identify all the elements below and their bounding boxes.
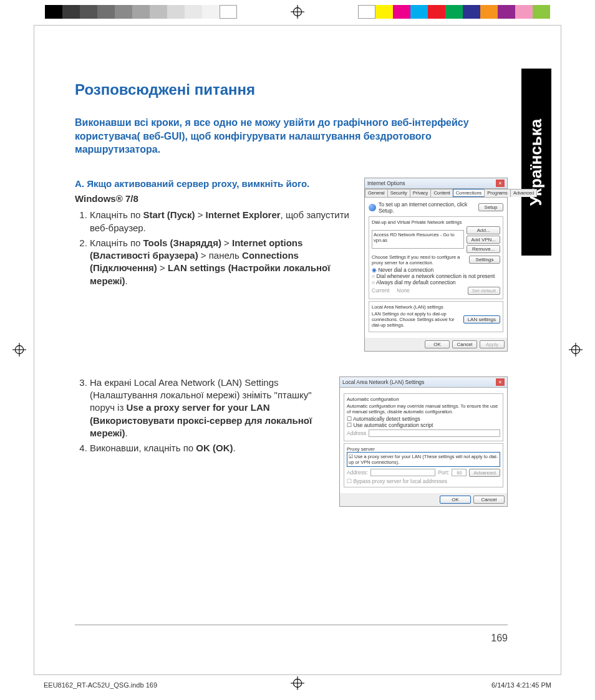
dialup-listbox[interactable]: Access RD Network Resources - Go to vpn.… — [372, 230, 464, 249]
setup-text: To set up an Internet connection, click … — [379, 201, 476, 214]
dialup-label: Dial-up and Virtual Private Network sett… — [372, 219, 500, 225]
tab-security[interactable]: Security — [387, 189, 410, 197]
step-3: На екрані Local Area Network (LAN) Setti… — [90, 376, 331, 439]
radio-always-dial[interactable]: Always dial my default connection — [372, 279, 500, 285]
tab-programs[interactable]: Programs — [484, 189, 511, 197]
slug-line: EEU8162_RT-AC52U_QSG.indb 169 6/14/13 4:… — [44, 681, 551, 689]
section-a-heading: A. Якщо активований сервер proxy, вимкні… — [75, 178, 356, 190]
lan-settings-button[interactable]: LAN settings — [463, 315, 500, 324]
tab-connections[interactable]: Connections — [453, 189, 485, 197]
os-heading: Windows® 7/8 — [75, 193, 356, 205]
tab-privacy[interactable]: Privacy — [410, 189, 432, 197]
settings-button[interactable]: Settings — [469, 256, 500, 264]
proxy-port-input[interactable]: 80 — [452, 469, 467, 476]
internet-options-dialog: Internet Options × General Security Priv… — [364, 178, 508, 352]
close-icon[interactable]: × — [496, 180, 505, 187]
set-default-button: Set default — [468, 287, 500, 295]
slug-filename: EEU8162_RT-AC52U_QSG.indb 169 — [44, 681, 157, 689]
slug-timestamp: 6/14/13 4:21:45 PM — [491, 681, 551, 689]
script-address-input — [369, 429, 500, 437]
step-1: Клацніть по Start (Пуск) > Internet Expl… — [90, 209, 356, 234]
ok-button[interactable]: OK — [425, 340, 450, 348]
setup-button[interactable]: Setup — [478, 203, 503, 211]
cancel-button[interactable]: Cancel — [452, 340, 477, 348]
dialog-title: Local Area Network (LAN) Settings — [342, 379, 424, 385]
proxy-label: Proxy server — [347, 446, 500, 452]
page-number: 169 — [491, 633, 508, 644]
cancel-button[interactable]: Cancel — [473, 496, 505, 504]
tab-general[interactable]: General — [365, 189, 388, 197]
remove-button[interactable]: Remove... — [467, 245, 500, 253]
registration-mark-icon — [12, 343, 26, 357]
radio-dial-when-absent[interactable]: Dial whenever a network connection is no… — [372, 273, 500, 279]
color-bar — [358, 5, 550, 19]
chk-use-proxy[interactable]: Use a proxy server for your LAN (These s… — [349, 454, 498, 465]
auto-config-label: Automatic configuration — [347, 396, 500, 402]
choose-text: Choose Settings if you need to configure… — [372, 254, 467, 266]
lan-text: LAN Settings do not apply to dial-up con… — [372, 311, 461, 328]
step-2: Клацніть по Tools (Знаряддя) > Internet … — [90, 237, 356, 287]
page-title: Розповсюджені питання — [75, 81, 508, 98]
dialog-title: Internet Options — [367, 180, 405, 186]
lan-settings-dialog: Local Area Network (LAN) Settings × Auto… — [339, 376, 508, 507]
close-icon[interactable]: × — [496, 378, 505, 386]
step-4: Виконавши, клацніть по OK (OK). — [90, 442, 331, 454]
language-tab: Українська — [521, 69, 551, 256]
chk-auto-detect[interactable]: Automatically detect settings — [347, 416, 500, 422]
auto-config-text: Automatic configuration may override man… — [347, 403, 500, 415]
chk-auto-script[interactable]: Use automatic configuration script — [347, 422, 500, 428]
footer-rule — [75, 625, 508, 625]
radio-never-dial[interactable]: Never dial a connection — [372, 267, 500, 273]
proxy-address-input[interactable] — [370, 469, 436, 476]
advanced-button[interactable]: Advanced — [469, 469, 500, 477]
add-button[interactable]: Add... — [467, 226, 500, 234]
lan-section-label: Local Area Network (LAN) settings — [372, 304, 500, 310]
tab-advanced[interactable]: Advanced — [510, 189, 537, 197]
tab-content[interactable]: Content — [430, 189, 453, 197]
page: Українська Розповсюджені питання Виконав… — [44, 37, 551, 663]
apply-button: Apply — [480, 340, 505, 348]
registration-mark-icon — [291, 5, 304, 19]
add-vpn-button[interactable]: Add VPN... — [467, 236, 500, 244]
registration-mark-icon — [569, 343, 583, 357]
ok-button[interactable]: OK — [440, 496, 471, 504]
dialog-tabs: General Security Privacy Content Connect… — [365, 189, 507, 198]
grayscale-bar — [45, 5, 237, 19]
globe-icon — [369, 204, 376, 211]
chk-bypass-local[interactable]: Bypass proxy server for local addresses — [347, 478, 500, 484]
intro-text: Виконавши всі кроки, я все одно не можу … — [75, 116, 508, 156]
